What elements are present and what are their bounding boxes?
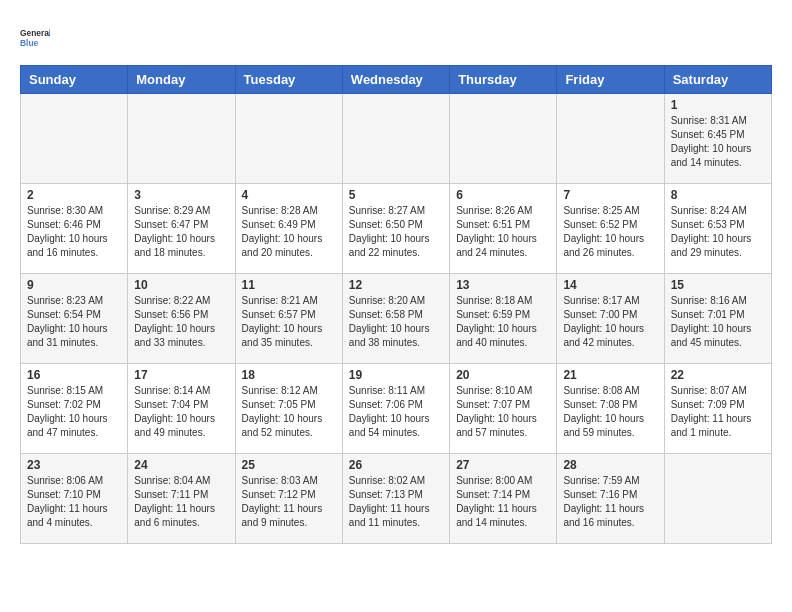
day-number: 9 — [27, 278, 121, 292]
col-header-sunday: Sunday — [21, 66, 128, 94]
day-number: 13 — [456, 278, 550, 292]
day-info: Sunrise: 8:11 AM Sunset: 7:06 PM Dayligh… — [349, 384, 443, 440]
day-number: 22 — [671, 368, 765, 382]
day-info: Sunrise: 8:27 AM Sunset: 6:50 PM Dayligh… — [349, 204, 443, 260]
col-header-thursday: Thursday — [450, 66, 557, 94]
day-number: 10 — [134, 278, 228, 292]
day-number: 21 — [563, 368, 657, 382]
day-info: Sunrise: 7:59 AM Sunset: 7:16 PM Dayligh… — [563, 474, 657, 530]
calendar-cell: 24Sunrise: 8:04 AM Sunset: 7:11 PM Dayli… — [128, 454, 235, 544]
day-info: Sunrise: 8:14 AM Sunset: 7:04 PM Dayligh… — [134, 384, 228, 440]
calendar-cell: 26Sunrise: 8:02 AM Sunset: 7:13 PM Dayli… — [342, 454, 449, 544]
calendar-cell — [342, 94, 449, 184]
calendar-cell: 9Sunrise: 8:23 AM Sunset: 6:54 PM Daylig… — [21, 274, 128, 364]
day-number: 16 — [27, 368, 121, 382]
calendar-cell: 2Sunrise: 8:30 AM Sunset: 6:46 PM Daylig… — [21, 184, 128, 274]
calendar-cell: 25Sunrise: 8:03 AM Sunset: 7:12 PM Dayli… — [235, 454, 342, 544]
day-info: Sunrise: 8:25 AM Sunset: 6:52 PM Dayligh… — [563, 204, 657, 260]
day-number: 23 — [27, 458, 121, 472]
calendar-cell: 8Sunrise: 8:24 AM Sunset: 6:53 PM Daylig… — [664, 184, 771, 274]
col-header-friday: Friday — [557, 66, 664, 94]
day-number: 19 — [349, 368, 443, 382]
day-info: Sunrise: 8:02 AM Sunset: 7:13 PM Dayligh… — [349, 474, 443, 530]
calendar-cell: 15Sunrise: 8:16 AM Sunset: 7:01 PM Dayli… — [664, 274, 771, 364]
calendar-table: SundayMondayTuesdayWednesdayThursdayFrid… — [20, 65, 772, 544]
calendar-cell: 13Sunrise: 8:18 AM Sunset: 6:59 PM Dayli… — [450, 274, 557, 364]
logo: General Blue — [20, 20, 50, 55]
day-info: Sunrise: 8:17 AM Sunset: 7:00 PM Dayligh… — [563, 294, 657, 350]
header-row: SundayMondayTuesdayWednesdayThursdayFrid… — [21, 66, 772, 94]
week-row-3: 9Sunrise: 8:23 AM Sunset: 6:54 PM Daylig… — [21, 274, 772, 364]
col-header-saturday: Saturday — [664, 66, 771, 94]
calendar-cell — [450, 94, 557, 184]
day-number: 1 — [671, 98, 765, 112]
day-info: Sunrise: 8:03 AM Sunset: 7:12 PM Dayligh… — [242, 474, 336, 530]
calendar-cell: 27Sunrise: 8:00 AM Sunset: 7:14 PM Dayli… — [450, 454, 557, 544]
col-header-tuesday: Tuesday — [235, 66, 342, 94]
day-number: 3 — [134, 188, 228, 202]
calendar-cell — [557, 94, 664, 184]
calendar-cell: 18Sunrise: 8:12 AM Sunset: 7:05 PM Dayli… — [235, 364, 342, 454]
day-info: Sunrise: 8:18 AM Sunset: 6:59 PM Dayligh… — [456, 294, 550, 350]
calendar-cell: 16Sunrise: 8:15 AM Sunset: 7:02 PM Dayli… — [21, 364, 128, 454]
calendar-cell: 28Sunrise: 7:59 AM Sunset: 7:16 PM Dayli… — [557, 454, 664, 544]
day-info: Sunrise: 8:08 AM Sunset: 7:08 PM Dayligh… — [563, 384, 657, 440]
day-number: 12 — [349, 278, 443, 292]
calendar-cell — [235, 94, 342, 184]
logo-svg: General Blue — [20, 20, 50, 55]
calendar-cell: 12Sunrise: 8:20 AM Sunset: 6:58 PM Dayli… — [342, 274, 449, 364]
week-row-2: 2Sunrise: 8:30 AM Sunset: 6:46 PM Daylig… — [21, 184, 772, 274]
calendar-cell: 14Sunrise: 8:17 AM Sunset: 7:00 PM Dayli… — [557, 274, 664, 364]
day-info: Sunrise: 8:15 AM Sunset: 7:02 PM Dayligh… — [27, 384, 121, 440]
svg-text:Blue: Blue — [20, 38, 39, 48]
day-number: 27 — [456, 458, 550, 472]
calendar-cell: 19Sunrise: 8:11 AM Sunset: 7:06 PM Dayli… — [342, 364, 449, 454]
day-info: Sunrise: 8:26 AM Sunset: 6:51 PM Dayligh… — [456, 204, 550, 260]
day-info: Sunrise: 8:24 AM Sunset: 6:53 PM Dayligh… — [671, 204, 765, 260]
calendar-cell — [21, 94, 128, 184]
calendar-cell: 23Sunrise: 8:06 AM Sunset: 7:10 PM Dayli… — [21, 454, 128, 544]
header: General Blue — [20, 20, 772, 55]
day-number: 2 — [27, 188, 121, 202]
week-row-1: 1Sunrise: 8:31 AM Sunset: 6:45 PM Daylig… — [21, 94, 772, 184]
calendar-cell: 22Sunrise: 8:07 AM Sunset: 7:09 PM Dayli… — [664, 364, 771, 454]
calendar-cell: 3Sunrise: 8:29 AM Sunset: 6:47 PM Daylig… — [128, 184, 235, 274]
day-info: Sunrise: 8:10 AM Sunset: 7:07 PM Dayligh… — [456, 384, 550, 440]
day-number: 14 — [563, 278, 657, 292]
calendar-cell — [128, 94, 235, 184]
col-header-wednesday: Wednesday — [342, 66, 449, 94]
week-row-5: 23Sunrise: 8:06 AM Sunset: 7:10 PM Dayli… — [21, 454, 772, 544]
week-row-4: 16Sunrise: 8:15 AM Sunset: 7:02 PM Dayli… — [21, 364, 772, 454]
day-number: 17 — [134, 368, 228, 382]
calendar-cell: 20Sunrise: 8:10 AM Sunset: 7:07 PM Dayli… — [450, 364, 557, 454]
day-info: Sunrise: 8:20 AM Sunset: 6:58 PM Dayligh… — [349, 294, 443, 350]
col-header-monday: Monday — [128, 66, 235, 94]
day-info: Sunrise: 8:31 AM Sunset: 6:45 PM Dayligh… — [671, 114, 765, 170]
day-info: Sunrise: 8:04 AM Sunset: 7:11 PM Dayligh… — [134, 474, 228, 530]
day-number: 18 — [242, 368, 336, 382]
day-number: 8 — [671, 188, 765, 202]
day-info: Sunrise: 8:06 AM Sunset: 7:10 PM Dayligh… — [27, 474, 121, 530]
day-number: 24 — [134, 458, 228, 472]
calendar-cell: 11Sunrise: 8:21 AM Sunset: 6:57 PM Dayli… — [235, 274, 342, 364]
day-number: 26 — [349, 458, 443, 472]
day-number: 5 — [349, 188, 443, 202]
calendar-cell: 1Sunrise: 8:31 AM Sunset: 6:45 PM Daylig… — [664, 94, 771, 184]
day-info: Sunrise: 8:22 AM Sunset: 6:56 PM Dayligh… — [134, 294, 228, 350]
calendar-cell: 17Sunrise: 8:14 AM Sunset: 7:04 PM Dayli… — [128, 364, 235, 454]
day-info: Sunrise: 8:21 AM Sunset: 6:57 PM Dayligh… — [242, 294, 336, 350]
day-number: 28 — [563, 458, 657, 472]
day-info: Sunrise: 8:12 AM Sunset: 7:05 PM Dayligh… — [242, 384, 336, 440]
svg-text:General: General — [20, 28, 50, 38]
day-number: 4 — [242, 188, 336, 202]
calendar-cell: 21Sunrise: 8:08 AM Sunset: 7:08 PM Dayli… — [557, 364, 664, 454]
day-number: 25 — [242, 458, 336, 472]
day-number: 6 — [456, 188, 550, 202]
calendar-cell: 10Sunrise: 8:22 AM Sunset: 6:56 PM Dayli… — [128, 274, 235, 364]
calendar-cell: 4Sunrise: 8:28 AM Sunset: 6:49 PM Daylig… — [235, 184, 342, 274]
calendar-cell: 7Sunrise: 8:25 AM Sunset: 6:52 PM Daylig… — [557, 184, 664, 274]
calendar-cell — [664, 454, 771, 544]
day-info: Sunrise: 8:23 AM Sunset: 6:54 PM Dayligh… — [27, 294, 121, 350]
day-number: 11 — [242, 278, 336, 292]
day-number: 20 — [456, 368, 550, 382]
